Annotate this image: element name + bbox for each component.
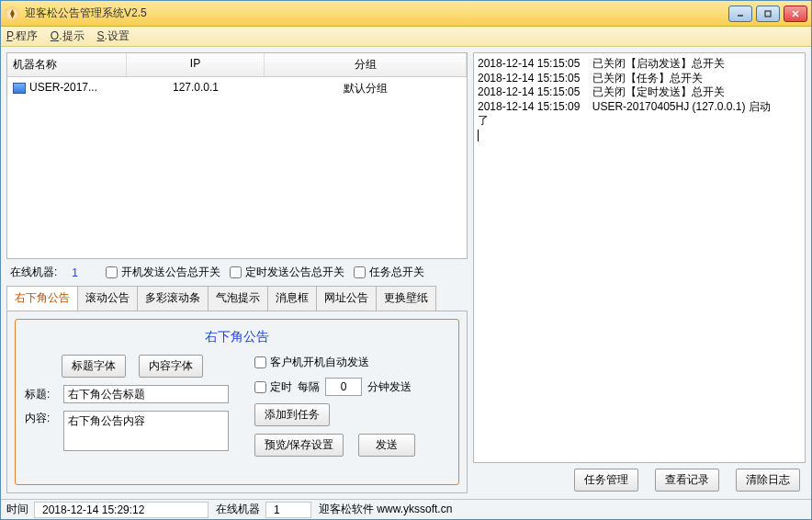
col-name[interactable]: 机器名称	[7, 53, 127, 76]
status-online-label: 在线机器	[210, 502, 265, 517]
tab-bubble[interactable]: 气泡提示	[208, 286, 268, 311]
task-switch[interactable]: 任务总开关	[354, 265, 424, 280]
status-soft: 迎客松软件 www.ykssoft.cn	[313, 502, 457, 517]
preview-button[interactable]: 预览/保存设置	[254, 434, 344, 457]
timer-check[interactable]: 定时	[254, 379, 292, 395]
task-manager-button[interactable]: 任务管理	[574, 469, 638, 492]
clear-log-button[interactable]: 清除日志	[736, 469, 800, 492]
tab-container: 右下角公告 滚动公告 多彩滚动条 气泡提示 消息框 网址公告 更换壁纸 右下角公…	[6, 286, 468, 493]
tab-wallpaper[interactable]: 更换壁纸	[376, 286, 436, 311]
statusbar: 时间 2018-12-14 15:29:12 在线机器 1 迎客松软件 www.…	[1, 499, 811, 519]
title-input[interactable]	[63, 385, 229, 403]
pc-icon	[13, 83, 26, 94]
col-group[interactable]: 分组	[265, 53, 467, 76]
panel-group: 右下角公告 标题字体 内容字体 标题:	[15, 319, 459, 485]
online-count: 1	[72, 266, 78, 279]
right-column: 2018-12-14 15:15:05 已关闭【启动发送】总开关 2018-12…	[473, 52, 806, 493]
app-icon: ⧫	[5, 6, 19, 21]
title-font-button[interactable]: 标题字体	[62, 355, 126, 378]
tabs: 右下角公告 滚动公告 多彩滚动条 气泡提示 消息框 网址公告 更换壁纸	[6, 286, 468, 311]
menu-program[interactable]: P.程序	[6, 28, 38, 44]
col-ip[interactable]: IP	[127, 53, 265, 76]
auto-send-check[interactable]: 客户机开机自动发送	[254, 355, 369, 370]
table-header: 机器名称 IP 分组	[7, 53, 467, 77]
row-ip: 127.0.0.1	[127, 79, 265, 98]
send-button[interactable]: 发送	[358, 434, 415, 457]
title-label: 标题:	[25, 387, 58, 402]
svg-rect-1	[765, 11, 771, 17]
tab-scroll[interactable]: 滚动公告	[77, 286, 138, 311]
menu-tip[interactable]: O.提示	[51, 28, 85, 44]
window-controls	[728, 6, 807, 22]
row-group: 默认分组	[265, 79, 467, 98]
machine-table: 机器名称 IP 分组 USER-2017... 127.0.0.1 默认分组	[6, 52, 468, 259]
content-label: 内容:	[25, 411, 58, 426]
content-area: 机器名称 IP 分组 USER-2017... 127.0.0.1 默认分组 在…	[1, 47, 811, 499]
tab-panel: 右下角公告 标题字体 内容字体 标题:	[6, 311, 468, 493]
interval-input[interactable]	[325, 378, 362, 396]
status-online: 1	[265, 502, 311, 518]
left-column: 机器名称 IP 分组 USER-2017... 127.0.0.1 默认分组 在…	[6, 52, 468, 493]
log-box[interactable]: 2018-12-14 15:15:05 已关闭【启动发送】总开关 2018-12…	[473, 52, 806, 463]
panel-title: 右下角公告	[25, 329, 449, 345]
titlebar: ⧫ 迎客松公告管理系统V2.5	[1, 1, 811, 27]
tab-corner[interactable]: 右下角公告	[6, 286, 78, 311]
status-time-label: 时间	[1, 502, 34, 517]
minute-label: 分钟发送	[367, 379, 412, 395]
online-row: 在线机器: 1 开机发送公告总开关 定时发送公告总开关 任务总开关	[6, 263, 468, 282]
online-label: 在线机器:	[10, 265, 57, 280]
add-task-button[interactable]: 添加到任务	[254, 403, 330, 426]
table-row[interactable]: USER-2017... 127.0.0.1 默认分组	[7, 77, 467, 100]
menubar: P.程序 O.提示 S.设置	[1, 27, 811, 47]
status-time: 2018-12-14 15:29:12	[34, 502, 209, 518]
row-name: USER-2017...	[29, 81, 97, 94]
content-input[interactable]: 右下角公告内容	[63, 411, 229, 451]
main-window: ⧫ 迎客松公告管理系统V2.5 P.程序 O.提示 S.设置 机器名称 IP 分…	[0, 0, 812, 520]
timer-switch[interactable]: 定时发送公告总开关	[230, 265, 344, 280]
every-label: 每隔	[298, 379, 320, 395]
tab-url[interactable]: 网址公告	[316, 286, 377, 311]
menu-setting[interactable]: S.设置	[97, 28, 130, 44]
log-buttons: 任务管理 查看记录 清除日志	[473, 467, 806, 493]
maximize-button[interactable]	[756, 6, 780, 22]
text-cursor	[478, 130, 479, 141]
view-log-button[interactable]: 查看记录	[655, 469, 719, 492]
tab-msgbox[interactable]: 消息框	[267, 286, 317, 311]
boot-switch[interactable]: 开机发送公告总开关	[106, 265, 220, 280]
close-button[interactable]	[784, 6, 807, 22]
content-font-button[interactable]: 内容字体	[139, 355, 203, 378]
minimize-button[interactable]	[728, 6, 752, 22]
window-title: 迎客松公告管理系统V2.5	[25, 6, 728, 21]
tab-colorbar[interactable]: 多彩滚动条	[137, 286, 209, 311]
